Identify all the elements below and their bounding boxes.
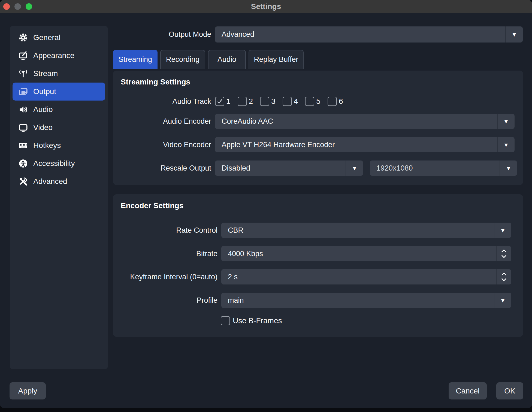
close-button[interactable] — [3, 3, 10, 10]
use-bframes-row[interactable]: Use B-Frames — [221, 316, 282, 326]
window-body: Settings General — [0, 0, 532, 408]
encoder-settings-title: Encoder Settings — [121, 201, 183, 210]
tab-audio[interactable]: Audio — [208, 50, 246, 69]
sidebar-item-label: Stream — [33, 69, 58, 78]
video-encoder-label: Video Encoder — [113, 137, 211, 152]
bitrate-input[interactable]: 4000 Kbps — [221, 246, 511, 261]
zoom-button[interactable] — [26, 3, 32, 10]
chevron-down-icon — [501, 255, 507, 258]
monitor-icon — [18, 122, 28, 133]
checkbox[interactable] — [260, 97, 269, 106]
checkmark-icon — [216, 98, 223, 105]
speaker-icon — [18, 104, 28, 115]
profile-label: Profile — [113, 293, 217, 308]
sidebar-item-label: Advanced — [33, 177, 67, 186]
sidebar-item-video[interactable]: Video — [13, 119, 105, 137]
video-encoder-select[interactable]: Apple VT H264 Hardware Encoder ▼ — [215, 137, 515, 152]
display-camera-icon — [18, 86, 28, 97]
chevron-up-icon — [501, 272, 507, 276]
rescale-output-select[interactable]: Disabled ▼ — [215, 160, 363, 176]
keyboard-icon — [18, 140, 28, 151]
checkbox[interactable] — [215, 97, 224, 106]
use-bframes-label: Use B-Frames — [233, 316, 282, 325]
audio-track-4[interactable]: 4 — [283, 97, 298, 106]
rescale-output-value: Disabled — [222, 164, 250, 172]
tab-replay-buffer[interactable]: Replay Buffer — [249, 50, 304, 69]
cancel-button[interactable]: Cancel — [449, 382, 487, 399]
bitrate-value: 4000 Kbps — [228, 250, 263, 258]
settings-window: Settings General — [0, 0, 532, 412]
audio-track-checkboxes: 1 2 3 — [215, 97, 343, 106]
rate-control-select[interactable]: CBR ▼ — [221, 223, 511, 238]
rescale-output-label: Rescale Output — [113, 160, 211, 176]
chevron-down-icon: ▼ — [494, 223, 511, 238]
checkbox[interactable] — [238, 97, 247, 106]
crossed-tools-icon — [18, 176, 28, 187]
sidebar-item-accessibility[interactable]: Accessibility — [13, 154, 105, 172]
sidebar-item-general[interactable]: General — [13, 29, 105, 47]
sidebar-item-label: Hotkeys — [33, 141, 61, 150]
apply-button[interactable]: Apply — [10, 382, 46, 399]
chevron-down-icon: ▼ — [494, 293, 511, 308]
output-mode-select[interactable]: Advanced ▼ — [215, 26, 523, 43]
sidebar-item-output[interactable]: Output — [13, 83, 105, 101]
chevron-down-icon — [501, 278, 507, 281]
sidebar-item-stream[interactable]: Stream — [13, 65, 105, 83]
sidebar-item-audio[interactable]: Audio — [13, 101, 105, 119]
sidebar-item-advanced[interactable]: Advanced — [13, 172, 105, 190]
chevron-down-icon: ▼ — [346, 160, 363, 176]
ok-button[interactable]: OK — [496, 382, 523, 399]
minimize-button[interactable] — [14, 3, 21, 10]
audio-encoder-select[interactable]: CoreAudio AAC ▼ — [215, 114, 515, 129]
audio-track-2[interactable]: 2 — [238, 97, 253, 106]
chevron-down-icon: ▼ — [500, 160, 517, 176]
rate-control-label: Rate Control — [113, 223, 217, 238]
audio-track-label: Audio Track — [113, 97, 211, 106]
sidebar-item-label: Appearance — [33, 51, 74, 60]
antenna-icon — [18, 68, 28, 79]
sidebar-item-label: Video — [33, 123, 53, 132]
keyframe-interval-input[interactable]: 2 s — [221, 269, 511, 284]
spinner-controls[interactable] — [496, 246, 511, 261]
streaming-settings-title: Streaming Settings — [121, 78, 190, 86]
sidebar-item-label: Accessibility — [33, 159, 75, 168]
gear-icon — [18, 32, 28, 43]
sidebar: General Appearance — [10, 26, 108, 369]
chevron-down-icon: ▼ — [497, 137, 515, 152]
traffic-lights — [3, 3, 32, 10]
sidebar-item-hotkeys[interactable]: Hotkeys — [13, 137, 105, 154]
person-circle-icon — [18, 158, 28, 169]
sidebar-item-label: Output — [33, 87, 56, 96]
output-mode-value: Advanced — [222, 30, 254, 39]
rescale-resolution-value: 1920x1080 — [376, 164, 413, 172]
chevron-down-icon: ▼ — [505, 26, 523, 43]
use-bframes-checkbox[interactable] — [221, 316, 230, 325]
audio-track-1[interactable]: 1 — [215, 97, 231, 106]
tab-recording[interactable]: Recording — [160, 50, 205, 69]
keyframe-interval-value: 2 s — [228, 273, 238, 281]
chevron-down-icon: ▼ — [497, 114, 515, 129]
output-mode-label: Output Mode — [113, 26, 211, 43]
tab-streaming[interactable]: Streaming — [113, 50, 158, 69]
streaming-settings-group: Streaming Settings Audio Track 1 2 — [113, 71, 523, 185]
encoder-settings-group: Encoder Settings Rate Control CBR ▼ Bitr… — [113, 194, 523, 337]
chevron-up-icon — [501, 249, 507, 253]
audio-track-3[interactable]: 3 — [260, 97, 276, 106]
video-encoder-value: Apple VT H264 Hardware Encoder — [222, 141, 335, 149]
checkbox[interactable] — [328, 97, 337, 106]
rescale-resolution-select[interactable]: 1920x1080 ▼ — [370, 160, 517, 176]
profile-select[interactable]: main ▼ — [221, 293, 511, 308]
audio-track-6[interactable]: 6 — [328, 97, 343, 106]
monitor-pencil-icon — [18, 50, 28, 61]
bitrate-label: Bitrate — [113, 246, 217, 261]
checkbox[interactable] — [283, 97, 292, 106]
window-title: Settings — [251, 2, 281, 11]
profile-value: main — [228, 296, 244, 305]
sidebar-item-appearance[interactable]: Appearance — [13, 47, 105, 65]
spinner-controls[interactable] — [496, 269, 511, 284]
checkbox[interactable] — [305, 97, 314, 106]
keyframe-interval-label: Keyframe Interval (0=auto) — [113, 269, 217, 284]
audio-encoder-value: CoreAudio AAC — [222, 117, 273, 126]
rate-control-value: CBR — [228, 226, 243, 235]
audio-track-5[interactable]: 5 — [305, 97, 321, 106]
